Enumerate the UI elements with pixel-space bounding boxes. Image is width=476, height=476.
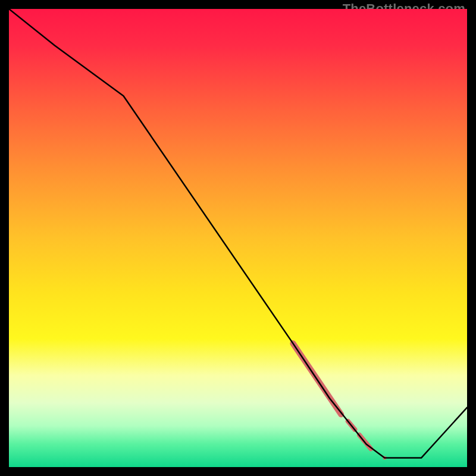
- plot-area: [9, 9, 467, 467]
- highlight-group: [293, 343, 386, 460]
- chart-overlay: [9, 9, 467, 467]
- chart-container: TheBottleneck.com: [0, 0, 476, 476]
- curve-line: [9, 9, 467, 458]
